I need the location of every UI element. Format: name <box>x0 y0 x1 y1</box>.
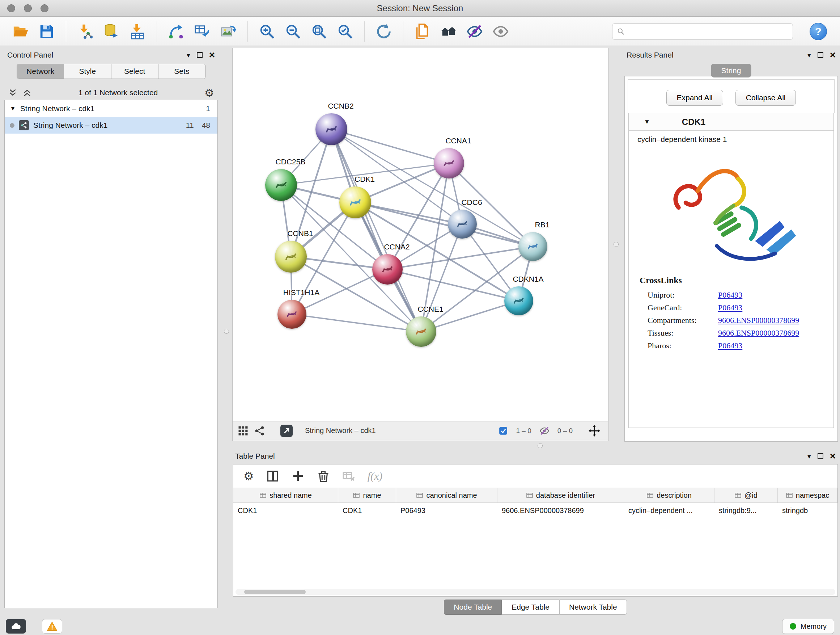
export-image-button[interactable] <box>217 20 240 43</box>
tab-edge-table[interactable]: Edge Table <box>502 600 559 615</box>
cloud-button[interactable] <box>6 619 26 633</box>
tab-network-table[interactable]: Network Table <box>559 600 627 615</box>
birdseye-button[interactable] <box>437 20 460 43</box>
import-network-database-button[interactable] <box>100 20 123 43</box>
close-window-button[interactable] <box>7 4 15 12</box>
minimize-window-button[interactable] <box>24 4 32 12</box>
pan-crosshair-icon[interactable] <box>589 425 600 437</box>
gene-section-header[interactable]: ▼ CDK1 <box>629 113 834 131</box>
collapse-triangle-icon[interactable]: ▼ <box>644 119 650 126</box>
crosslink-row: GeneCard: P06493 <box>647 303 834 312</box>
network-node-CDC6[interactable] <box>448 210 477 239</box>
panel-menu-icon[interactable]: ▾ <box>187 51 190 59</box>
document-copy-icon <box>414 23 431 40</box>
tissues-link[interactable]: 9606.ENSP00000378699 <box>718 328 799 338</box>
panel-float-icon[interactable] <box>818 52 823 58</box>
tab-node-table[interactable]: Node Table <box>444 600 502 615</box>
search-input[interactable] <box>628 27 788 35</box>
panel-close-icon[interactable]: × <box>830 51 836 59</box>
network-from-table-button[interactable] <box>191 20 213 43</box>
network-node-CDC25B[interactable] <box>265 169 297 201</box>
network-node-RB1[interactable] <box>518 232 547 261</box>
network-collection-row[interactable]: ▼ String Network – cdk1 1 <box>5 100 218 117</box>
table-row[interactable]: CDK1 CDK1 P06493 9606.ENSP00000378699 cy… <box>233 503 837 515</box>
uniprot-link[interactable]: P06493 <box>718 290 742 300</box>
tab-string[interactable]: String <box>711 64 752 78</box>
expand-all-networks-icon[interactable] <box>8 88 17 97</box>
tab-sets[interactable]: Sets <box>158 64 205 79</box>
open-session-button[interactable] <box>9 20 32 43</box>
zoom-selected-button[interactable] <box>334 20 356 43</box>
network-options-gear-icon[interactable]: ⚙ <box>204 87 214 99</box>
column-header[interactable]: canonical name <box>396 488 497 502</box>
panel-close-icon[interactable]: × <box>830 452 836 460</box>
hide-selected-button[interactable] <box>463 20 486 43</box>
bottom-splitter-handle[interactable] <box>538 443 543 448</box>
table-tabs: Node Table Edge Table Network Table <box>232 600 838 615</box>
column-header[interactable]: name <box>338 488 396 502</box>
warnings-button[interactable] <box>42 619 62 633</box>
scrollbar-thumb[interactable] <box>244 590 306 594</box>
refresh-button[interactable] <box>373 20 395 43</box>
network-node-CDKN1A[interactable] <box>504 287 533 315</box>
collapse-triangle-icon[interactable]: ▼ <box>10 105 16 112</box>
panel-float-icon[interactable] <box>197 52 202 58</box>
hidden-count: 0 – 0 <box>557 427 573 435</box>
delete-column-trash-icon[interactable] <box>317 470 330 483</box>
memory-button[interactable]: Memory <box>782 619 834 634</box>
network-node-CCNA2[interactable] <box>372 254 403 285</box>
tab-style[interactable]: Style <box>64 64 111 79</box>
column-header[interactable]: shared name <box>233 488 338 502</box>
network-node-HIST1H1A[interactable] <box>278 300 306 329</box>
show-columns-icon[interactable] <box>266 470 279 483</box>
zoom-in-button[interactable] <box>256 20 278 43</box>
column-header[interactable]: description <box>624 488 714 502</box>
show-hidden-button[interactable] <box>489 20 512 43</box>
pharos-link[interactable]: P06493 <box>718 341 742 350</box>
tab-network[interactable]: Network <box>17 64 64 79</box>
open-birdseye-icon[interactable] <box>280 424 293 437</box>
column-header[interactable]: @id <box>714 488 778 502</box>
new-network-button[interactable] <box>165 20 187 43</box>
table-options-gear-icon[interactable]: ⚙ <box>243 469 254 483</box>
column-header[interactable]: namespac <box>778 488 837 502</box>
hidden-eye-slash-icon[interactable] <box>539 426 549 436</box>
network-node-CDK1[interactable] <box>339 187 371 218</box>
add-column-icon[interactable] <box>292 470 305 483</box>
network-node-CCNB2[interactable] <box>316 113 347 145</box>
right-splitter-handle[interactable] <box>614 242 619 247</box>
network-node-CCNE1[interactable] <box>406 317 436 347</box>
zoom-fit-button[interactable] <box>308 20 330 43</box>
tab-select[interactable]: Select <box>111 64 158 79</box>
panel-close-icon[interactable]: × <box>209 51 215 59</box>
maximize-window-button[interactable] <box>41 4 49 12</box>
selected-checkbox-icon[interactable] <box>499 426 508 435</box>
network-node-CCNA1[interactable] <box>434 148 464 179</box>
panel-menu-icon[interactable]: ▾ <box>807 452 811 461</box>
zoom-out-icon <box>285 23 302 40</box>
protein-ribbon-icon <box>510 292 528 310</box>
help-button[interactable]: ? <box>810 23 827 40</box>
import-table-button[interactable] <box>126 20 149 43</box>
annotation-button[interactable] <box>411 20 434 43</box>
import-network-file-button[interactable] <box>74 20 96 43</box>
network-canvas[interactable]: CCNB2CCNA1CDC25BCDK1CDC6RB1CCNB1CCNA2CDK… <box>233 48 608 421</box>
expand-all-button[interactable]: Expand All <box>666 90 723 106</box>
network-row[interactable]: String Network – cdk1 11 48 <box>5 117 218 134</box>
horizontal-scrollbar[interactable] <box>235 589 835 595</box>
compartments-link[interactable]: 9606.ENSP00000378699 <box>718 316 799 325</box>
save-session-button[interactable] <box>35 20 58 43</box>
gene-name: CDK1 <box>682 117 706 127</box>
genecard-link[interactable]: P06493 <box>718 303 742 312</box>
grid-view-icon[interactable] <box>238 425 248 436</box>
collapse-all-button[interactable]: Collapse All <box>736 90 796 106</box>
network-node-CCNB1[interactable] <box>275 241 307 272</box>
zoom-out-button[interactable] <box>282 20 304 43</box>
panel-float-icon[interactable] <box>818 453 823 459</box>
status-bar: Memory <box>0 618 840 635</box>
share-network-icon[interactable] <box>254 425 265 436</box>
column-header[interactable]: database identifier <box>497 488 624 502</box>
left-splitter-handle[interactable] <box>224 329 229 334</box>
panel-menu-icon[interactable]: ▾ <box>807 51 811 59</box>
collapse-all-networks-icon[interactable] <box>22 88 32 97</box>
